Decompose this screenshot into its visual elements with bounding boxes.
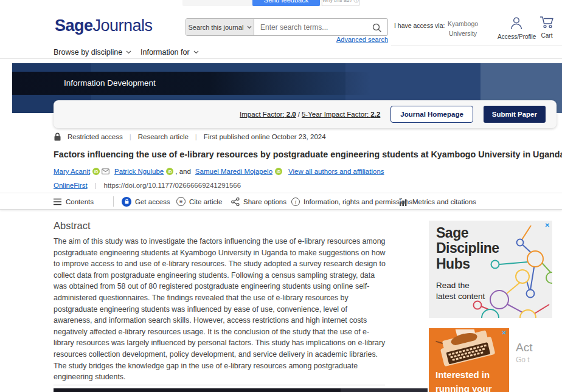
nav-browse-by-discipline[interactable]: Browse by discipline [54,48,131,57]
journal-title[interactable]: Information Development [64,78,156,88]
access-type-label: Restricted access [68,133,123,140]
article-title: Factors influencing the use of e-library… [54,150,558,159]
meta-divider: | [195,133,197,140]
impact-separator: / [298,111,300,118]
orcid-icon[interactable]: iD [92,168,100,175]
advanced-search-link[interactable]: Advanced search [298,36,388,43]
typewriter-illustration [430,329,502,368]
person-icon [509,16,524,30]
doi-row: OnlineFirst | https://doi.org/10.1177/02… [54,182,241,189]
contents-label: Contents [66,198,94,205]
contents-list-icon [54,198,62,205]
impact-factor-value: 2.0 [286,111,296,118]
logo-sage-text: Sage [55,16,93,35]
send-feedback-button[interactable]: Send feedback [252,0,320,6]
five-year-impact-link[interactable]: 5-Year Impact Factor: 2.2 [302,111,380,118]
view-all-authors-link[interactable]: View all authors and affiliations [288,168,384,175]
close-icon[interactable]: ✕ [502,329,507,337]
info-icon: i [291,198,300,206]
get-access-button[interactable]: Get access [122,193,170,210]
impact-factor-link[interactable]: Impact Factor: 2.0 [240,111,296,118]
ad-text-line2: running your own [435,383,509,392]
search-input[interactable] [254,19,387,35]
meta-divider: | [130,133,131,140]
access-profile-button[interactable]: Access/Profile [498,16,535,40]
meta-divider: | [95,182,97,189]
orcid-icon[interactable]: iD [275,168,282,175]
submit-paper-button[interactable]: Submit Paper [484,106,546,123]
contents-button[interactable]: Contents [54,193,94,210]
metrics-label: Metrics and citations [412,198,476,205]
share-icon [231,198,240,206]
partial-text: Go t [516,356,530,364]
article-action-bar: Contents Get access ” Cite article Share… [0,193,562,210]
chevron-down-icon [247,26,252,29]
bottom-ad-bar-segment [341,388,428,392]
sage-discipline-hubs-ad[interactable]: SageDisciplineHubs Read thelatest conten… [429,221,552,318]
orcid-icon[interactable]: iD [166,168,173,175]
get-access-label: Get access [135,198,170,205]
impact-factor-links: Impact Factor: 2.0/5-Year Impact Factor:… [240,111,380,118]
institution-name[interactable]: Kyambogo University [440,19,485,39]
five-year-label: 5-Year Impact Factor: [302,111,369,118]
logo-journals-text: Journals [93,16,153,35]
access-profile-label: Access/Profile [498,33,535,40]
header-right-divider [391,46,562,46]
journal-homepage-button[interactable]: Journal Homepage [390,106,473,123]
ad-subtitle: Read thelatest content [436,280,485,301]
share-options-button[interactable]: Share options [231,193,286,210]
search-scope-dropdown[interactable]: Search this journal [186,19,254,35]
cart-button[interactable]: Cart [534,15,560,39]
doi-text[interactable]: https://doi.org/10.1177/0266666924129156… [104,182,241,189]
five-year-value: 2.2 [370,111,380,118]
cite-article-label: Cite article [189,198,222,205]
toolbar-divider [113,196,114,207]
chevron-down-icon [193,50,199,54]
header-bottom-border [0,58,562,59]
info-rights-button[interactable]: i Information, rights and permissions [291,193,412,210]
impact-factor-card: Impact Factor: 2.0/5-Year Impact Factor:… [54,100,557,128]
orange-ad[interactable]: Interested in running your own ✕ [429,328,509,392]
search-icon[interactable] [370,21,384,35]
nav-information-for[interactable]: Information for [140,48,199,57]
share-options-label: Share options [243,198,286,205]
metrics-chart-icon [398,197,409,206]
cart-icon [539,15,555,29]
abstract-divider [54,385,385,385]
close-icon[interactable]: ✕ [545,222,550,229]
lock-icon [54,132,61,141]
cart-label: Cart [534,32,560,39]
sage-journals-logo[interactable]: SageJournals [55,16,153,35]
authors-row: Mary Acanit iD Patrick Ngulube iD , and … [54,168,384,175]
chevron-down-icon [126,50,131,54]
cite-article-button[interactable]: ” Cite article [176,193,222,210]
metrics-button[interactable]: Metrics and citations [398,193,476,210]
author-link[interactable]: Mary Acanit [54,168,90,175]
abstract-heading: Abstract [54,220,91,232]
search-scope-label: Search this journal [188,24,243,31]
author-link[interactable]: Patrick Ngulube [114,168,164,175]
nav-information-label: Information for [140,48,190,57]
author-link[interactable]: Samuel Maredi Mojapelo [195,168,272,175]
info-rights-label: Information, rights and permissions [304,198,412,205]
page: Send feedback Why this ad? ⓘ SageJournal… [0,0,562,392]
published-date: First published online October 23, 2024 [204,133,326,140]
ad-title: SageDisciplineHubs [436,225,499,272]
access-via-label: I have access via: [394,22,445,29]
nav-browse-label: Browse by discipline [54,48,122,57]
impact-factor-label: Impact Factor: [240,111,285,118]
search-bar: Search this journal [186,18,388,36]
quote-icon: ” [176,197,186,206]
why-this-ad-button[interactable]: Why this ad? ⓘ [322,0,359,6]
article-type-label: Research article [138,133,189,140]
partial-text: Act [516,341,532,354]
onlinefirst-link[interactable]: OnlineFirst [54,182,88,189]
abstract-text: The aim of this study was to investigate… [54,236,386,383]
and-separator: , and [175,168,191,175]
lock-circle-icon [122,197,131,207]
ad-text-line1: Interested in [435,370,490,380]
article-meta-row: Restricted access | Research article | F… [54,132,326,142]
email-icon[interactable] [102,168,109,174]
